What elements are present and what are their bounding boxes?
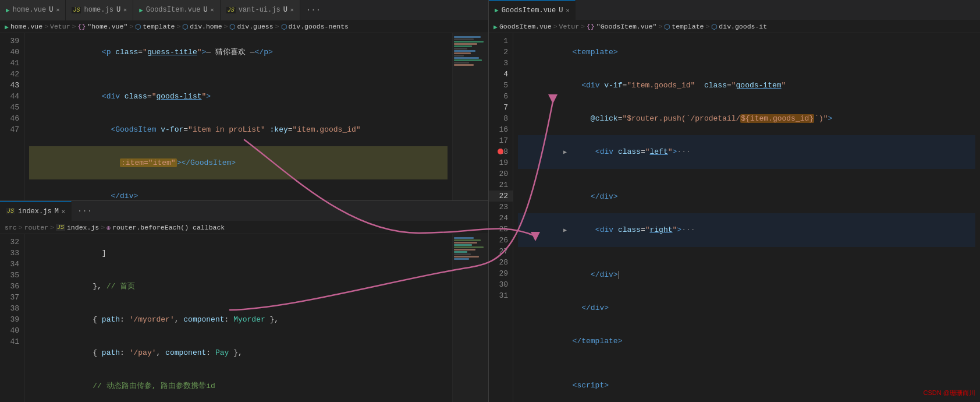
ln: 42: [0, 69, 24, 80]
code-line-r19: [518, 358, 975, 369]
vue-icon: ▶: [139, 6, 143, 14]
code-line-35: { path: '/pay', component: Pay },: [29, 336, 448, 369]
bc-js-icon: JS: [56, 224, 65, 231]
tab-label: GoodsItem.vue: [502, 6, 556, 15]
ln: 39: [0, 36, 24, 47]
right-code-area: 1 2 3 4 5 6 7 8 16 17 18 19 20 21 22 23 …: [489, 33, 980, 402]
close-icon[interactable]: ✕: [123, 6, 127, 13]
ln: 38: [0, 303, 24, 314]
close-icon[interactable]: ✕: [211, 6, 214, 13]
bc-vue-icon: ▶: [493, 23, 498, 31]
ln: 41: [0, 58, 24, 69]
ln: 39: [0, 314, 24, 325]
code-line-36: // 动态路由传参, 路由参数携带id: [29, 369, 448, 402]
mini-map-bottom: [452, 234, 488, 402]
ln: 33: [0, 248, 24, 259]
vue-icon: ▶: [495, 6, 499, 14]
tab-goodsitem-vue-right[interactable]: ▶ GoodsItem.vue U ✕: [489, 0, 576, 20]
code-line-32: ]: [29, 237, 448, 270]
bc-div-goods-it: div.goods-it: [719, 23, 767, 30]
bc-obj-icon: {}: [77, 23, 86, 30]
close-icon[interactable]: ✕: [566, 7, 569, 14]
bc-file: home.vue: [10, 23, 42, 30]
close-icon[interactable]: ✕: [290, 6, 294, 13]
code-line-44: </div>: [29, 179, 448, 200]
code-line-42: <GoodsItem v-for="item in proList" :key=…: [29, 113, 448, 146]
ln: 41: [0, 336, 24, 347]
bc-src: src: [5, 224, 17, 231]
bc-tag-icon4: ⬡: [281, 23, 287, 31]
ln: 40: [0, 47, 24, 58]
code-line-r18: </template>: [518, 325, 975, 358]
tab-badge: U: [559, 6, 563, 15]
tab-goodsitem-vue[interactable]: ▶ GoodsItem.vue U ✕: [133, 0, 220, 20]
code-line-34: { path: '/myorder', component: Myorder }…: [29, 303, 448, 336]
line-numbers-top: 39 40 41 42 43 44 45 46 47: [0, 33, 24, 200]
code-line-43: :item="item"></GoodsItem>: [29, 146, 448, 179]
vue-icon: ▶: [6, 6, 10, 14]
close-icon[interactable]: ✕: [56, 6, 59, 13]
tab-label: index.js: [18, 207, 52, 216]
ln: 44: [0, 91, 24, 102]
bc-tag-icon3: ⬡: [229, 23, 235, 31]
bc-file: GoodsItem.vue: [499, 23, 552, 30]
right-pane: ▶ GoodsItem.vue U ✕ ▶ GoodsItem.vue > Ve…: [489, 0, 980, 402]
ln: 32: [0, 237, 24, 248]
bc-fn-name: router.beforeEach() callback: [112, 224, 225, 231]
ln: 34: [0, 259, 24, 270]
tab-badge: U: [49, 6, 53, 14]
code-content-top: <p class="guess-title">— 猜你喜欢 —</p> <div…: [24, 33, 452, 200]
bc-tag-icon2: ⬡: [711, 23, 717, 31]
code-line-r4: ▶ <div class="left">···: [518, 135, 975, 169]
code-line-r16: </div>: [518, 258, 975, 291]
tab-home-vue[interactable]: ▶ home.vue U ✕: [0, 0, 66, 20]
tab-vant-ui-js[interactable]: JS vant-ui.js U ✕: [221, 0, 300, 20]
close-icon[interactable]: ✕: [62, 208, 65, 215]
code-line-41: <div class="goods-list">: [29, 80, 448, 113]
line-numbers-bottom: 32 33 34 35 36 37 38 39 40 41: [0, 234, 24, 402]
tab-badge: U: [203, 6, 207, 14]
code-line-r5: [518, 169, 975, 180]
code-line-33: }, // 首页: [29, 270, 448, 303]
bc-tag-icon: ⬡: [664, 23, 670, 31]
ln: 46: [0, 113, 24, 124]
watermark: CSDN @珊珊而川: [924, 389, 975, 397]
bc-fn-icon: ⊕: [106, 224, 111, 232]
code-line-r20: <script>: [518, 369, 975, 402]
bc-vetur: Vetur: [50, 23, 70, 30]
ln: 40: [0, 325, 24, 336]
bc-vetur: Vetur: [559, 23, 580, 30]
bc-obj-name: "GoodsItem.vue": [596, 23, 657, 30]
js-icon: JS: [226, 7, 236, 13]
code-line-r7: ▶ <div class="right">···: [518, 213, 975, 247]
left-top-code-area: 39 40 41 42 43 44 45 46 47 <p class="gue…: [0, 33, 488, 200]
ln: 45: [0, 102, 24, 113]
tab-home-js[interactable]: JS home.js U ✕: [66, 0, 133, 20]
right-breadcrumb: ▶ GoodsItem.vue > Vetur > {} "GoodsItem.…: [489, 20, 980, 33]
tab-label: GoodsItem.vue: [146, 6, 201, 14]
right-line-numbers: 1 2 3 4 5 6 7 8 16 17 18 19 20 21 22 23 …: [489, 33, 513, 402]
bottom-code-area: 32 33 34 35 36 37 38 39 40 41 ]: [0, 234, 488, 402]
bc-template: template: [672, 23, 704, 30]
bc-tag-icon2: ⬡: [182, 23, 188, 31]
tab-badge: U: [116, 6, 120, 14]
code-line-r2: <div v-if="item.goods_id" class="goods-i…: [518, 69, 975, 102]
ln: 35: [0, 270, 24, 281]
code-line-r1: <template>: [518, 36, 975, 69]
code-line-r17: </div>: [518, 291, 975, 325]
tab-more-button[interactable]: ···: [300, 5, 326, 15]
code-content-bottom: ] }, // 首页 { path: '/myorder', component…: [24, 234, 452, 402]
ln: 43: [0, 80, 24, 91]
bc-vue-icon: ▶: [5, 23, 9, 31]
code-line-r6: </div>: [518, 180, 975, 213]
tab-label: vant-ui.js: [239, 6, 280, 14]
left-top-breadcrumb: ▶ home.vue > Vetur > {} "home.vue" > ⬡ t…: [0, 20, 488, 33]
mini-map-top: [452, 33, 488, 200]
tab-more-bottom[interactable]: ···: [72, 206, 98, 216]
bc-div-goods: div.goods-nents: [289, 23, 349, 30]
bc-obj-name: "home.vue": [87, 23, 127, 30]
tab-index-js[interactable]: JS index.js M ✕: [0, 201, 72, 221]
right-tab-bar: ▶ GoodsItem.vue U ✕: [489, 0, 980, 20]
bc-div-home: div.home: [190, 23, 222, 30]
right-code-content: <template> <div v-if="item.goods_id" cla…: [513, 33, 980, 402]
